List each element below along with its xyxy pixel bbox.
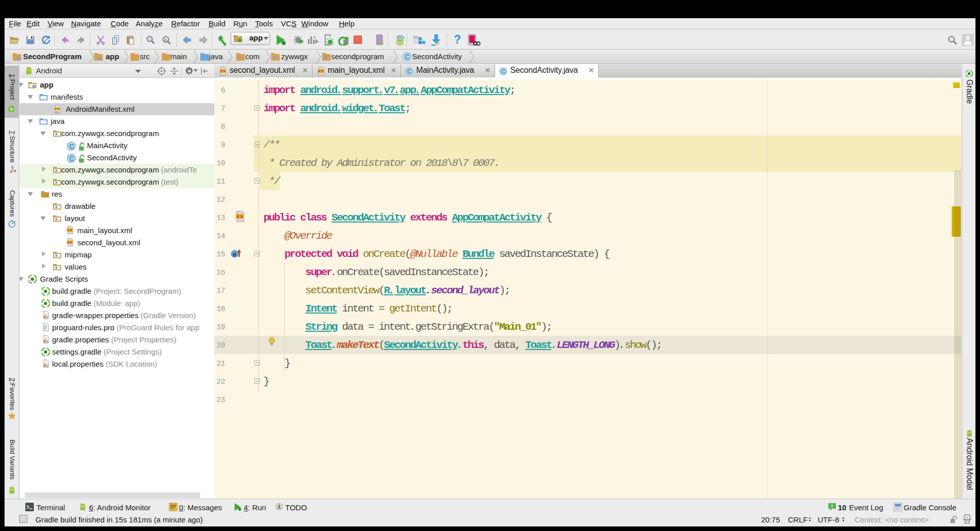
svg-text:A: A bbox=[164, 37, 167, 42]
svg-text:C: C bbox=[405, 54, 410, 61]
svg-text:o: o bbox=[233, 251, 236, 258]
